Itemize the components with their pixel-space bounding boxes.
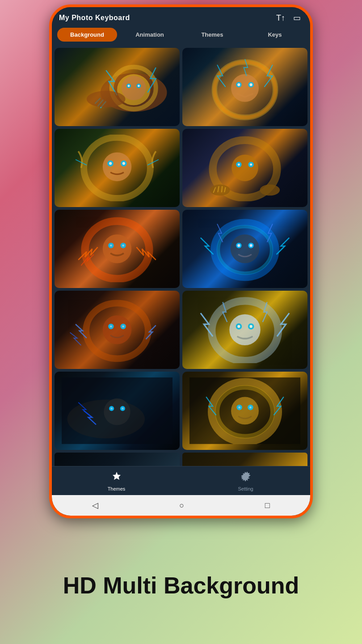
grid-cell-8[interactable]	[182, 291, 307, 369]
tab-background[interactable]: Background	[57, 28, 117, 42]
svg-point-44	[103, 315, 131, 344]
phone-frame: My Photo Keyboard T↑ ▭ Background Animat…	[49, 4, 313, 518]
lion-image-4	[182, 129, 307, 207]
svg-point-60	[110, 407, 113, 410]
footer-area: HD Multi Background	[36, 518, 326, 644]
android-back-btn[interactable]: ◁	[92, 500, 98, 510]
app-title: My Photo Keyboard	[59, 14, 130, 22]
font-size-icon[interactable]: T↑	[274, 12, 287, 24]
setting-nav-icon	[240, 471, 251, 484]
svg-point-21	[122, 162, 125, 165]
svg-point-68	[238, 407, 240, 409]
menu-icon[interactable]: ▭	[290, 12, 303, 24]
grid-cell-6[interactable]	[182, 210, 307, 288]
svg-point-3	[122, 76, 146, 101]
header-icons: T↑ ▭	[274, 12, 303, 24]
svg-point-17	[103, 153, 131, 181]
nav-setting[interactable]: Setting	[181, 466, 310, 495]
image-grid	[52, 45, 310, 453]
svg-point-69	[249, 407, 252, 409]
svg-point-65	[231, 397, 259, 425]
lion-image-3	[55, 129, 180, 207]
svg-point-14	[237, 83, 240, 86]
tab-themes[interactable]: Themes	[182, 28, 242, 42]
svg-point-8	[87, 91, 126, 107]
svg-point-29	[260, 185, 280, 196]
lion-image-6	[182, 210, 307, 288]
grid-cell-9[interactable]	[55, 372, 180, 450]
svg-point-26	[238, 164, 240, 166]
tab-bar: Background Animation Themes Keys	[52, 24, 310, 45]
grid-cell-10[interactable]	[182, 372, 307, 450]
themes-nav-icon	[111, 471, 122, 484]
tab-keys[interactable]: Keys	[245, 28, 305, 42]
svg-point-27	[250, 164, 252, 166]
lion-image-5	[55, 210, 180, 288]
grid-cell-3[interactable]	[55, 129, 180, 207]
lion-image-2	[182, 48, 307, 126]
android-nav: ◁ ○ □	[52, 495, 310, 516]
page-wrapper: My Photo Keyboard T↑ ▭ Background Animat…	[0, 0, 362, 644]
svg-point-31	[103, 234, 131, 263]
svg-point-23	[232, 155, 258, 182]
grid-cell-2[interactable]	[182, 48, 307, 126]
svg-point-28	[210, 185, 230, 196]
lion-image-9	[55, 372, 180, 450]
svg-point-35	[122, 245, 124, 247]
svg-point-50	[229, 314, 260, 345]
svg-point-53	[237, 325, 240, 328]
svg-point-38	[231, 234, 259, 263]
grid-cell-5[interactable]	[55, 210, 180, 288]
svg-point-41	[237, 244, 240, 247]
lion-image-7	[55, 291, 180, 369]
lion-image-1	[55, 48, 180, 126]
nav-setting-label: Setting	[238, 486, 253, 491]
android-recent-btn[interactable]: □	[265, 501, 270, 510]
svg-point-54	[250, 325, 253, 328]
partial-cell-2	[182, 453, 307, 466]
grid-cell-7[interactable]	[55, 291, 180, 369]
app-header: My Photo Keyboard T↑ ▭	[52, 7, 310, 24]
nav-themes[interactable]: Themes	[52, 466, 181, 495]
svg-point-15	[250, 83, 253, 86]
grid-cell-4[interactable]	[182, 129, 307, 207]
partial-row	[52, 453, 310, 466]
svg-point-42	[250, 244, 253, 247]
lion-image-10	[182, 372, 307, 450]
svg-point-61	[122, 407, 124, 410]
hd-title: HD Multi Background	[63, 572, 299, 599]
tab-animation[interactable]: Animation	[120, 28, 180, 42]
partial-cell-1	[55, 453, 180, 466]
svg-point-6	[128, 85, 130, 87]
lion-image-8	[182, 291, 307, 369]
grid-cell-1[interactable]	[55, 48, 180, 126]
svg-point-47	[110, 326, 112, 328]
android-home-btn[interactable]: ○	[179, 501, 184, 510]
svg-point-20	[109, 162, 112, 165]
svg-point-48	[122, 326, 124, 328]
nav-themes-label: Themes	[108, 486, 126, 491]
svg-point-34	[110, 245, 112, 247]
svg-point-7	[138, 85, 140, 87]
svg-point-57	[104, 398, 130, 425]
bottom-nav: Themes Setting	[52, 466, 310, 495]
